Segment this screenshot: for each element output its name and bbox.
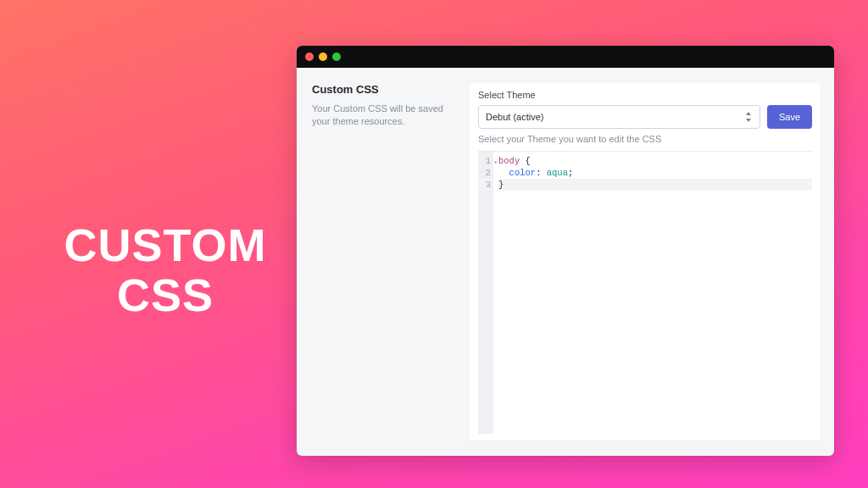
line-number: 2	[478, 167, 491, 179]
app-window: Custom CSS Your Custom CSS will be saved…	[297, 46, 834, 456]
theme-selected-value: Debut (active)	[486, 112, 543, 122]
code-line: }	[498, 179, 812, 191]
css-editor[interactable]: 1▾ 2 3 body { color: aqua; }	[478, 151, 812, 434]
code-line: body {	[498, 155, 812, 167]
editor-gutter: 1▾ 2 3	[478, 152, 493, 434]
window-content: Custom CSS Your Custom CSS will be saved…	[297, 68, 834, 456]
theme-helper-text: Select your Theme you want to edit the C…	[478, 134, 812, 144]
fold-icon[interactable]: ▾	[493, 157, 498, 169]
close-icon[interactable]	[305, 53, 314, 61]
line-number: 3	[478, 179, 491, 191]
section-subtitle: Your Custom CSS will be saved your theme…	[312, 103, 456, 129]
hero-line-1: CUSTOM	[55, 220, 275, 270]
section-title: Custom CSS	[312, 83, 456, 96]
theme-row: Debut (active) Save	[478, 105, 812, 129]
chevron-updown-icon	[744, 111, 753, 123]
line-number: 1▾	[478, 155, 491, 167]
minimize-icon[interactable]	[319, 53, 327, 61]
stage-background: CUSTOM CSS Custom CSS Your Custom CSS wi…	[0, 0, 868, 488]
hero-line-2: CSS	[55, 270, 275, 320]
maximize-icon[interactable]	[332, 53, 341, 61]
window-titlebar	[297, 46, 834, 68]
theme-label: Select Theme	[478, 90, 812, 100]
editor-code[interactable]: body { color: aqua; }	[493, 152, 812, 434]
left-column: Custom CSS Your Custom CSS will be saved…	[312, 83, 456, 441]
hero-title: CUSTOM CSS	[55, 220, 275, 321]
save-button[interactable]: Save	[767, 105, 812, 129]
code-line: color: aqua;	[498, 167, 812, 179]
theme-select[interactable]: Debut (active)	[478, 105, 760, 129]
right-column: Select Theme Debut (active) Save Select …	[470, 83, 821, 441]
